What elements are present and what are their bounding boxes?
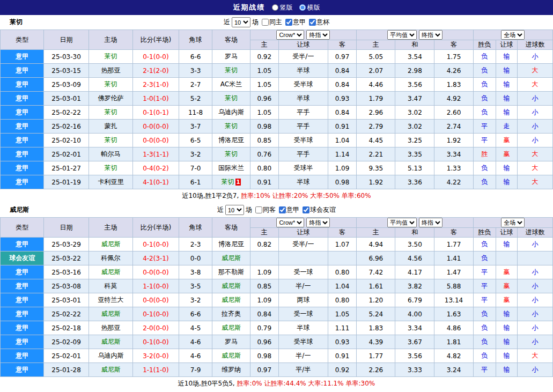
match-type-badge: 意甲: [1, 279, 44, 293]
match-date: 25-01-19: [44, 175, 89, 189]
avg-stage-select[interactable]: 终指: [419, 30, 443, 40]
layout-option-vertical[interactable]: 竖版: [272, 3, 293, 12]
same-away-checkbox[interactable]: [255, 206, 262, 213]
avg-source-select[interactable]: 平均值: [387, 30, 417, 40]
away-team-cell: AC米兰: [212, 78, 250, 92]
away-team-cell: 那不勒斯: [212, 265, 250, 279]
match-date: 25-03-22: [44, 252, 89, 265]
avg-away: 13.14: [434, 293, 473, 307]
goals-result-cell: 大: [517, 161, 552, 175]
odds-away: 1.11: [328, 321, 357, 335]
odds-away: 0.84: [328, 78, 357, 92]
avg-away: 4.92: [434, 92, 473, 106]
filter-check-same-home[interactable]: 同主: [260, 18, 282, 27]
handicap-result-cell: 输: [496, 50, 517, 64]
filter-check-serie-a[interactable]: 意甲: [277, 205, 299, 215]
avg-draw: 3.02: [395, 120, 434, 134]
avg-home: 1.79: [357, 92, 395, 106]
goals-result-cell: 小: [517, 335, 552, 349]
match-score: 0-1(0-0): [133, 335, 179, 349]
match-row: 意甲25-03-08科莫1-1(0-0)3-5威尼斯0.85半/一1.041.6…: [1, 279, 553, 293]
odds-away: 0.80: [328, 293, 357, 307]
avg-away: 4.86: [434, 321, 473, 335]
odds-away: 1.04: [328, 134, 357, 147]
club-friendly-checkbox[interactable]: [303, 206, 309, 213]
team-name-text: 威尼斯: [101, 268, 120, 276]
match-score: 0-0(0-0): [133, 120, 179, 134]
avg-source-select[interactable]: 平均值: [387, 218, 417, 227]
avg-away: 3.24: [434, 363, 473, 377]
team-name: 威尼斯: [10, 205, 29, 215]
match-type-badge: 意甲: [1, 64, 44, 78]
coppa-checkbox[interactable]: [309, 19, 316, 26]
corner-score: 2-7: [179, 78, 212, 92]
home-team-cell: 亚特兰大: [89, 293, 132, 307]
horizontal-layout-radio[interactable]: [299, 4, 306, 11]
odds-home: 0.98: [250, 349, 279, 363]
filter-check-serie-a[interactable]: 意甲: [284, 18, 306, 27]
section-lecce: 莱切 近 10 场 同主 意甲 意杯: [0, 15, 553, 203]
avg-draw: 2.98: [395, 64, 434, 78]
team-name-text: 莱切: [104, 164, 117, 172]
section-summary: 近10场,胜0平5负5, 胜率:0% 让胜率:44.4% 大率:11.1% 单率…: [0, 377, 553, 390]
match-row: 意甲25-01-19卡利亚里4-1(0-1)6-1莱切10.91半球0.981.…: [1, 175, 553, 189]
odds-select-group: Crow*终指: [250, 30, 357, 40]
filter-check-coppa[interactable]: 意杯: [307, 18, 329, 27]
team-name-text: 威尼斯: [222, 254, 241, 262]
filter-check-club-friendly[interactable]: 球会友谊: [301, 205, 336, 215]
avg-draw: 3.50: [395, 238, 434, 252]
recent-count-select[interactable]: 10: [232, 17, 250, 27]
corner-score: 3-7: [179, 120, 212, 134]
serie-a-checkbox[interactable]: [279, 206, 286, 213]
team-name-text: 威尼斯: [101, 338, 120, 345]
odds-line: 受半球: [279, 335, 328, 349]
bookmaker-select[interactable]: Crow*: [276, 218, 304, 227]
col-handicap: 让球: [496, 228, 517, 238]
match-score: 0-1(0-0): [133, 238, 179, 252]
vertical-layout-radio[interactable]: [272, 4, 278, 11]
handicap-result-cell: 输: [496, 363, 517, 377]
handicap-result-cell: [496, 252, 517, 265]
home-team-cell: 莱切: [89, 161, 132, 175]
team-name-text: 威尼斯: [101, 240, 120, 248]
match-score: 0-1(0-0): [133, 307, 179, 321]
home-team-cell: 威尼斯: [89, 265, 132, 279]
avg-home: 9.35: [357, 161, 395, 175]
serie-a-checkbox[interactable]: [285, 19, 292, 26]
avg-home: 1.83: [357, 321, 395, 335]
team-name-text: 莱切: [225, 94, 238, 102]
match-type-badge: 意甲: [1, 363, 44, 377]
handicap-result-cell: 赢: [496, 265, 517, 279]
recent-count-select[interactable]: 10: [225, 205, 244, 215]
home-team-cell: 热那亚: [89, 64, 132, 78]
avg-draw: 3.35: [395, 147, 434, 161]
avg-home: 1.20: [357, 293, 395, 307]
corner-score: 3-5: [179, 279, 212, 293]
filter-controls: 近 10 场 同主 意甲 意杯: [224, 17, 329, 27]
away-team-cell: 威尼斯: [212, 279, 250, 293]
corner-score: 6-6: [179, 50, 212, 64]
odds-stage-select[interactable]: 终指: [306, 30, 330, 40]
col-avg-draw: 和: [395, 228, 434, 238]
odds-line: 半球: [279, 175, 328, 189]
avg-draw: 3.82: [395, 279, 434, 293]
match-score: 1-1(0-0): [133, 279, 179, 293]
avg-stage-select[interactable]: 终指: [419, 218, 443, 227]
avg-home: 4.94: [357, 238, 395, 252]
scope-select[interactable]: 全场: [501, 30, 525, 40]
matches-table: 类型 日期 主场 比分(半场) 角球 客场 Crow*终指 平均值终指 全场 主…: [0, 29, 553, 189]
team-name-text: 乌迪内斯: [98, 352, 123, 359]
bookmaker-select[interactable]: Crow*: [276, 30, 304, 40]
col-odds-line: 让球: [279, 228, 328, 238]
avg-home: 2.21: [357, 147, 395, 161]
odds-stage-select[interactable]: 终指: [306, 218, 330, 227]
result-cell: 平: [473, 293, 496, 307]
corner-score: 3-2: [179, 147, 212, 161]
filter-check-same-away[interactable]: 同客: [254, 205, 276, 215]
away-team-cell: 莱切1: [212, 175, 250, 189]
away-team-cell: 威尼斯: [212, 252, 250, 265]
scope-select[interactable]: 全场: [501, 218, 525, 227]
same-home-checkbox[interactable]: [262, 19, 269, 26]
layout-option-horizontal[interactable]: 横版: [299, 3, 320, 12]
filter-controls: 近 10 场 同客 意甲 球会友谊: [217, 205, 336, 215]
